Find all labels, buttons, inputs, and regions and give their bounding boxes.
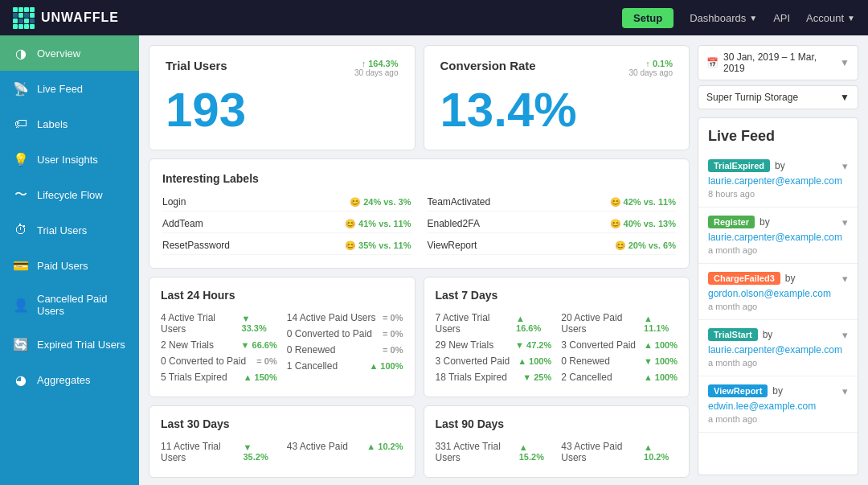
metric-item: 2 New Trials ▼ 66.6% [161, 337, 277, 353]
feed-tag-chargefailed: ChargeFailed3 [708, 272, 780, 285]
metrics-row-2: Last 30 Days 11 Active Trial Users ▼ 35.… [149, 405, 690, 478]
sidebar-item-live-feed[interactable]: 📡 Live Feed [0, 71, 139, 106]
date-range-text: 30 Jan, 2019 – 1 Mar, 2019 [723, 51, 835, 74]
sidebar-item-labels[interactable]: 🏷 Labels [0, 106, 139, 142]
logo-text: UNWAFFLE [41, 10, 119, 25]
account-link[interactable]: Account ▼ [806, 12, 855, 24]
metric-item: 29 New Trials ▼ 47.2% [436, 337, 552, 353]
feed-expand-icon[interactable]: ▾ [842, 273, 848, 285]
calendar-icon: 📅 [706, 57, 719, 68]
label-addteam: AddTeam 😊 41% vs. 11% [162, 215, 411, 233]
metric-item: 43 Active Paid ▲ 10.2% [287, 438, 403, 454]
last30-title: Last 30 Days [161, 417, 403, 430]
metric-item: 3 Converted Paid ▲ 100% [436, 353, 552, 369]
label-viewreport: ViewReport 😊 20% vs. 6% [428, 236, 677, 255]
interesting-labels-title: Interesting Labels [162, 172, 676, 185]
sidebar-item-aggregates[interactable]: ◕ Aggregates [0, 362, 139, 397]
feed-expand-icon[interactable]: ▾ [842, 329, 848, 341]
metrics-row-1: Last 24 Hours 4 Active Trial Users ▼ 33.… [149, 277, 690, 397]
cancelled-icon: 👤 [13, 297, 29, 313]
sidebar-item-lifecycle-flow[interactable]: 〜 Lifecycle Flow [0, 177, 139, 212]
date-picker[interactable]: 📅 30 Jan, 2019 – 1 Mar, 2019 ▼ [698, 45, 858, 80]
feed-time-3: a month ago [708, 302, 848, 311]
feed-tag-register: Register [708, 216, 755, 228]
labels-icon: 🏷 [13, 116, 29, 132]
aggregates-icon: ◕ [13, 372, 29, 388]
sidebar-item-overview[interactable]: ◑ Overview [0, 35, 139, 71]
trial-users-value: 193 [166, 84, 399, 137]
trial-users-icon: ⏱ [13, 222, 29, 238]
metric-item: 7 Active Trial Users ▲ 16.6% [436, 310, 552, 337]
metric-item: 18 Trials Expired ▼ 25% [436, 369, 552, 385]
metric-item: 4 Active Trial Users ▼ 33.3% [161, 310, 277, 337]
feed-expand-icon[interactable]: ▾ [842, 160, 848, 172]
lifecycle-icon: 〜 [13, 187, 29, 203]
account-caret-icon: ▼ [847, 14, 855, 23]
user-insights-icon: 💡 [13, 151, 29, 167]
dashboards-link[interactable]: Dashboards ▼ [690, 12, 757, 24]
sidebar-item-cancelled-paid[interactable]: 👤 Cancelled Paid Users [0, 283, 139, 327]
label-login: Login 😊 24% vs. 3% [162, 193, 411, 212]
trial-users-title: Trial Users [166, 59, 227, 72]
metric-item: 11 Active Trial Users ▼ 35.2% [161, 438, 277, 466]
logo-area: UNWAFFLE [13, 7, 119, 29]
sidebar-item-trial-users[interactable]: ⏱ Trial Users [0, 212, 139, 248]
feed-tag-trialexpired: TrialExpired [708, 159, 770, 172]
live-feed-panel: Live Feed TrialExpired by ▾ laurie.carpe… [698, 117, 858, 475]
live-feed-icon: 📡 [13, 80, 29, 97]
conversion-badge-ago: 30 days ago [629, 68, 674, 77]
project-name: Super Turnip Storage [706, 92, 798, 103]
setup-button[interactable]: Setup [622, 8, 674, 28]
feed-time-5: a month ago [708, 414, 848, 424]
last90-title: Last 90 Days [436, 417, 678, 430]
feed-item-4: TrialStart by ▾ laurie.carpenter@example… [698, 320, 858, 376]
label-resetpassword: ResetPassword 😊 35% vs. 11% [162, 236, 411, 255]
conversion-badge-pct: ↑ 0.1% [645, 59, 673, 68]
feed-email-5: edwin.lee@example.com [708, 401, 848, 412]
feed-email-4: laurie.carpenter@example.com [708, 344, 848, 356]
topnav: UNWAFFLE Setup Dashboards ▼ API Account … [0, 0, 868, 35]
conversion-badge: ↑ 0.1% 30 days ago [629, 59, 674, 77]
content-area: Trial Users ↑ 164.3% 30 days ago 193 Con… [139, 35, 868, 485]
metric-item: 5 Trials Expired ▲ 150% [161, 369, 277, 385]
feed-time-4: a month ago [708, 358, 848, 368]
stats-row: Trial Users ↑ 164.3% 30 days ago 193 Con… [149, 45, 690, 150]
metric-item: 0 Converted to Paid = 0% [161, 353, 277, 369]
last7-title: Last 7 Days [436, 289, 678, 302]
interesting-labels-card: Interesting Labels Login 😊 24% vs. 3% Te… [149, 158, 690, 269]
sidebar: ◑ Overview 📡 Live Feed 🏷 Labels 💡 User I… [0, 35, 139, 485]
feed-time-2: a month ago [708, 245, 848, 255]
sidebar-item-paid-users[interactable]: 💳 Paid Users [0, 248, 139, 283]
feed-time-1: 8 hours ago [708, 189, 848, 199]
date-caret-icon: ▼ [840, 57, 850, 68]
metric-item: 14 Active Paid Users = 0% [287, 310, 403, 326]
project-selector[interactable]: Super Turnip Storage ▼ [698, 85, 858, 109]
feed-email-2: laurie.carpenter@example.com [708, 232, 848, 243]
label-enabled2fa: Enabled2FA 😊 40% vs. 13% [428, 215, 677, 233]
metric-item: 1 Cancelled ▲ 100% [287, 358, 403, 374]
feed-item-2: Register by ▾ laurie.carpenter@example.c… [698, 208, 858, 264]
labels-grid: Login 😊 24% vs. 3% TeamActivated 😊 42% v… [162, 193, 676, 255]
api-link[interactable]: API [773, 12, 790, 24]
dashboards-caret-icon: ▼ [749, 14, 757, 23]
last90-card: Last 90 Days 331 Active Trial Users ▲ 15… [424, 405, 690, 478]
trial-badge-ago: 30 days ago [354, 68, 399, 77]
metric-item: 0 Converted to Paid = 0% [287, 326, 403, 342]
metric-item: 0 Renewed = 0% [287, 342, 403, 358]
live-feed-title: Live Feed [698, 118, 858, 151]
trial-badge-pct: ↑ 164.3% [362, 59, 399, 68]
sidebar-item-user-insights[interactable]: 💡 User Insights [0, 142, 139, 177]
last24-title: Last 24 Hours [161, 289, 403, 302]
feed-email-3: gordon.olson@example.com [708, 288, 848, 299]
feed-tag-viewreport: ViewReport [708, 384, 768, 397]
feed-item-3: ChargeFailed3 by ▾ gordon.olson@example.… [698, 264, 858, 320]
metric-item: 0 Renewed ▼ 100% [561, 353, 678, 369]
conversion-rate-card: Conversion Rate ↑ 0.1% 30 days ago 13.4% [424, 45, 690, 150]
overview-icon: ◑ [13, 45, 29, 61]
feed-expand-icon[interactable]: ▾ [842, 216, 848, 228]
sidebar-item-expired-trial[interactable]: 🔄 Expired Trial Users [0, 327, 139, 362]
feed-expand-icon[interactable]: ▾ [842, 385, 848, 397]
feed-email-1: laurie.carpenter@example.com [708, 175, 848, 187]
feed-item-1: TrialExpired by ▾ laurie.carpenter@examp… [698, 151, 858, 208]
label-teamactivated: TeamActivated 😊 42% vs. 11% [428, 193, 677, 212]
